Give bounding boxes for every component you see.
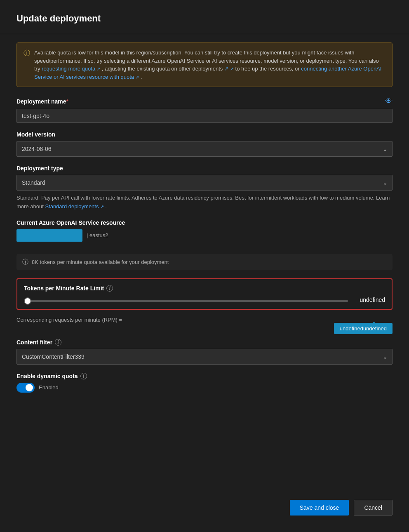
tooltip-bubble: undefinedundefined [334, 323, 393, 334]
deployment-type-label: Deployment type [16, 165, 393, 172]
deployment-type-description: Standard: Pay per API call with lower ra… [16, 194, 393, 211]
standard-deployments-link[interactable]: Standard deployments [45, 203, 103, 210]
slider-row: undefined [24, 297, 385, 303]
deployment-type-select[interactable]: Standard Provisioned-Managed Global Stan… [16, 175, 393, 191]
adjust-quota-link[interactable]: ↗ [224, 66, 234, 72]
rate-limit-section: Tokens per Minute Rate Limit i undefined [16, 278, 393, 310]
resource-group: Current Azure OpenAI Service resource | … [16, 219, 393, 246]
toggle-container: Enabled [16, 383, 393, 393]
content-filter-group: Content filter i CustomContentFilter339 … [16, 339, 393, 365]
model-version-select-wrapper: 2024-08-06 2024-05-13 2024-02-15 ⌄ [16, 141, 393, 157]
deployment-name-group: Deployment name * 👁 [16, 97, 393, 123]
resource-row: | eastus2 [16, 229, 393, 242]
deployment-type-group: Deployment type Standard Provisioned-Man… [16, 165, 393, 211]
button-row: Save and close Cancel [16, 483, 393, 516]
warning-text-part2: , adjusting the existing quota on other … [102, 66, 224, 72]
deployment-name-input[interactable] [16, 109, 393, 123]
content-filter-info-icon[interactable]: i [55, 339, 61, 346]
dynamic-quota-label: Enable dynamic quota i [16, 373, 393, 379]
rate-limit-label: Tokens per Minute Rate Limit [24, 285, 104, 292]
model-version-label: Model version [16, 131, 393, 138]
rate-limit-header: Tokens per Minute Rate Limit i [24, 285, 385, 292]
dynamic-quota-info-icon[interactable]: i [80, 373, 87, 379]
deployment-type-desc-part2: . [105, 203, 107, 210]
rate-limit-slider-wrapper [24, 297, 348, 303]
deployment-type-select-wrapper: Standard Provisioned-Managed Global Stan… [16, 175, 393, 191]
dialog-title: Update deployment [16, 13, 393, 24]
resource-label: Current Azure OpenAI Service resource [16, 219, 393, 226]
warning-banner: ⓘ Available quota is low for this model … [16, 42, 393, 87]
toggle-status-label: Enabled [39, 384, 59, 391]
dynamic-quota-toggle[interactable] [16, 383, 35, 393]
content-filter-select[interactable]: CustomContentFilter339 Default [16, 349, 393, 365]
save-and-close-button[interactable]: Save and close [290, 500, 349, 516]
requesting-quota-link[interactable]: requesting more quota [42, 66, 100, 72]
rpm-container: Corresponding requests per minute (RPM) … [16, 316, 393, 339]
update-deployment-dialog: Update deployment ⓘ Available quota is l… [0, 0, 409, 532]
quota-info-icon: ⓘ [22, 258, 28, 266]
resource-name [16, 229, 82, 242]
cancel-button[interactable]: Cancel [354, 500, 393, 516]
content-filter-label-text: Content filter [16, 339, 52, 346]
warning-text-part3: to free up the resources, or [235, 66, 301, 72]
model-version-select[interactable]: 2024-08-06 2024-05-13 2024-02-15 [16, 141, 393, 157]
deployment-name-label: Deployment name [16, 98, 66, 105]
content-filter-select-wrapper: CustomContentFilter339 Default ⌄ [16, 349, 393, 365]
slider-value-display: undefined [352, 297, 385, 303]
warning-text-part4: . [141, 74, 142, 80]
eye-icon[interactable]: 👁 [385, 97, 393, 106]
quota-text: 8K tokens per minute quota available for… [32, 259, 169, 265]
warning-icon: ⓘ [24, 49, 30, 81]
warning-text: Available quota is low for this model in… [34, 49, 385, 81]
deployment-name-label-row: Deployment name * 👁 [16, 97, 393, 106]
title-divider [0, 34, 409, 34]
content-filter-label: Content filter i [16, 339, 393, 346]
rate-limit-slider[interactable] [24, 300, 348, 302]
rate-limit-info-icon[interactable]: i [106, 285, 113, 292]
toggle-knob [26, 384, 33, 391]
rpm-text: Corresponding requests per minute (RPM) … [16, 317, 122, 323]
resource-region: | eastus2 [87, 232, 108, 238]
quota-info-banner: ⓘ 8K tokens per minute quota available f… [16, 254, 393, 270]
dynamic-quota-group: Enable dynamic quota i Enabled [16, 373, 393, 393]
tooltip-container: undefinedundefined [16, 323, 393, 334]
dynamic-quota-label-text: Enable dynamic quota [16, 373, 78, 379]
required-indicator: * [66, 98, 68, 105]
model-version-group: Model version 2024-08-06 2024-05-13 2024… [16, 131, 393, 157]
